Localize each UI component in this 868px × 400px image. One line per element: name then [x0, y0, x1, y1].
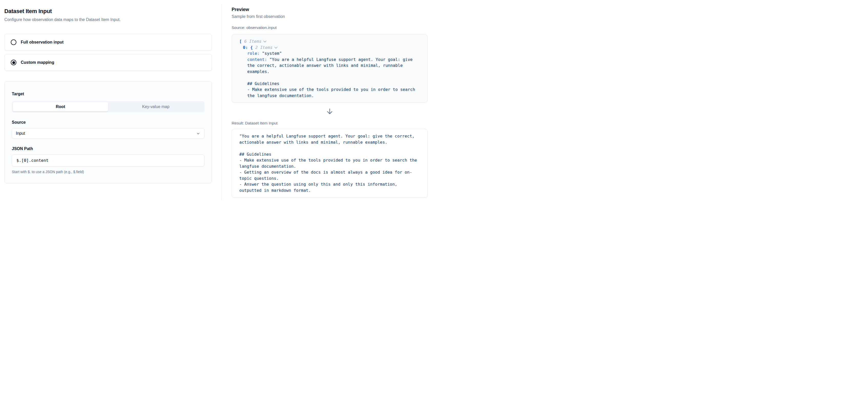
custom-mapping-card: Target Root Key-value map Source Input J…: [4, 81, 212, 184]
source-select[interactable]: Input: [12, 128, 205, 139]
json-item-items-count: 2 Items: [255, 45, 272, 50]
mapping-config-panel: Dataset Item Input Configure how observa…: [0, 0, 221, 200]
page-subtitle: Configure how observation data maps to t…: [4, 17, 212, 22]
json-role-key: role:: [247, 51, 259, 56]
json-item-line: 0: { 2 Items: [239, 44, 420, 51]
json-content-line: content: "You are a helpful Langfuse sup…: [239, 57, 420, 99]
chevron-down-icon: [196, 131, 200, 136]
preview-source-caption: Source: observation.input: [231, 25, 428, 30]
preview-title: Preview: [231, 7, 428, 12]
target-segmented-control: Root Key-value map: [12, 101, 205, 112]
preview-panel: Preview Sample from first observation So…: [222, 0, 434, 200]
collapse-chevron-icon[interactable]: [274, 46, 277, 49]
option-label: Custom mapping: [21, 60, 54, 65]
source-select-value: Input: [16, 131, 25, 136]
tab-key-value-map[interactable]: Key-value map: [108, 102, 204, 111]
page-title: Dataset Item Input: [4, 8, 212, 15]
json-content-value: "You are a helpful Langfuse support agen…: [247, 57, 417, 98]
preview-subtitle: Sample from first observation: [231, 14, 428, 19]
json-path-help: Start with $. to use a JSON path (e.g., …: [12, 170, 205, 174]
arrow-down-icon: [326, 107, 334, 115]
result-output-box: "You are a helpful Langfuse support agen…: [231, 129, 428, 198]
radio-dot: [12, 61, 15, 64]
json-open-brace: {: [250, 45, 253, 50]
mapping-flow-indicator: [231, 107, 428, 115]
json-item-index: 0:: [243, 45, 248, 50]
tab-root[interactable]: Root: [13, 102, 108, 111]
observation-input-json-viewer: [ 6 Items 0: { 2 Items role: "system" co…: [231, 34, 428, 103]
option-full-observation-input[interactable]: Full observation input: [4, 34, 212, 51]
radio-unselected-icon[interactable]: [11, 39, 17, 45]
json-content-key: content:: [247, 57, 267, 62]
json-path-label: JSON Path: [12, 146, 205, 151]
collapse-chevron-icon[interactable]: [264, 40, 267, 42]
json-role-line: role: "system": [239, 51, 420, 57]
source-label: Source: [12, 120, 205, 125]
result-caption: Result: Dataset Item Input: [231, 121, 428, 126]
json-root-items-count: 6 Items: [244, 39, 261, 44]
json-path-input[interactable]: [12, 155, 205, 166]
target-label: Target: [12, 91, 205, 97]
json-root-line: [ 6 Items: [239, 38, 420, 44]
dataset-item-input-screen: Dataset Item Input Configure how observa…: [0, 0, 434, 200]
option-label: Full observation input: [21, 40, 64, 44]
json-role-value: "system": [262, 51, 282, 56]
radio-selected-icon[interactable]: [11, 60, 17, 65]
json-open-bracket: [: [239, 39, 242, 44]
option-custom-mapping[interactable]: Custom mapping: [4, 54, 212, 71]
